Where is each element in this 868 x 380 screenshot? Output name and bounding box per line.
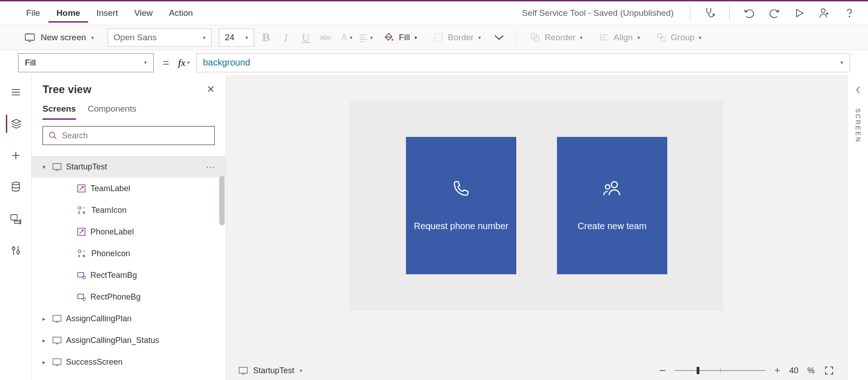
tile-label: Create new team xyxy=(578,220,646,232)
formula-bar: Fill ▾ = fx▾ background ▾ xyxy=(0,50,868,75)
fx-icon[interactable]: fx▾ xyxy=(178,57,190,69)
status-screen-name[interactable]: StartupTest xyxy=(253,366,294,375)
font-select[interactable]: Open Sans ▾ xyxy=(108,28,212,47)
icon-control-icon xyxy=(77,206,87,215)
align-button[interactable]: Align ▾ xyxy=(593,33,646,42)
advanced-icon[interactable] xyxy=(7,241,25,259)
tree-item-rectteambg[interactable]: RectTeamBg xyxy=(32,264,226,286)
share-icon[interactable] xyxy=(818,7,830,19)
zoom-slider[interactable] xyxy=(675,370,765,371)
canvas-area: Request phone number Create new team Sta… xyxy=(226,75,847,380)
redo-icon[interactable] xyxy=(769,7,780,19)
equals-label: = xyxy=(163,56,169,69)
svg-point-4 xyxy=(392,39,393,41)
main-area: Tree view ✕ Screens Components ▾ Startup… xyxy=(0,75,868,380)
svg-rect-22 xyxy=(78,294,84,299)
rect-icon xyxy=(77,271,86,280)
label-icon xyxy=(77,184,86,193)
panel-tabs: Screens Components xyxy=(32,99,226,120)
property-name: Fill xyxy=(25,58,36,68)
new-screen-label: New screen xyxy=(41,33,86,42)
screen-icon xyxy=(52,163,61,171)
tree-item-phonelabel[interactable]: PhoneLabel xyxy=(32,221,226,243)
menu-action[interactable]: Action xyxy=(161,4,201,23)
tree-item-rectphonebg[interactable]: RectPhoneBg xyxy=(32,286,226,308)
reorder-label: Reorder xyxy=(545,33,576,42)
fill-button[interactable]: Fill ▾ xyxy=(377,32,423,43)
menu-insert[interactable]: Insert xyxy=(88,4,126,23)
search-input[interactable] xyxy=(62,131,209,141)
play-icon[interactable] xyxy=(794,8,805,19)
menu-home[interactable]: Home xyxy=(48,4,89,23)
tree-item-successscreen[interactable]: ▸ SuccessScreen xyxy=(32,351,226,373)
zoom-out-icon[interactable]: − xyxy=(659,364,666,378)
tree-item-phoneicon[interactable]: PhoneIcon xyxy=(32,243,226,264)
chevron-right-icon[interactable]: ▸ xyxy=(40,359,48,366)
reorder-button[interactable]: Reorder ▾ xyxy=(524,33,590,42)
tree-item-label: SuccessScreen xyxy=(66,357,123,367)
data-icon[interactable] xyxy=(7,178,25,196)
tree-item-teamlabel[interactable]: TeamLabel xyxy=(32,178,226,199)
tree-item-teamicon[interactable]: TeamIcon xyxy=(32,199,226,221)
ribbon: New screen ▾ Open Sans ▾ 24 ▾ B I U abc … xyxy=(0,25,868,50)
chevron-down-icon: ▾ xyxy=(840,60,843,66)
tile-request-phone[interactable]: Request phone number xyxy=(406,137,516,274)
icon-control-icon xyxy=(77,249,87,258)
fit-screen-icon[interactable] xyxy=(824,365,835,376)
tree-item-label: RectTeamBg xyxy=(90,271,137,280)
group-button[interactable]: Group ▾ xyxy=(650,33,708,42)
tile-create-team[interactable]: Create new team xyxy=(557,137,667,274)
help-icon[interactable] xyxy=(844,7,855,19)
svg-point-2 xyxy=(849,16,850,17)
svg-rect-29 xyxy=(239,367,247,373)
property-select[interactable]: Fill ▾ xyxy=(18,53,154,72)
formula-input[interactable]: background ▾ xyxy=(196,53,850,72)
font-size-select[interactable]: 24 ▾ xyxy=(219,28,254,47)
zoom-in-icon[interactable]: + xyxy=(774,365,780,376)
overflow-chevron-icon[interactable] xyxy=(491,34,507,41)
underline-icon[interactable]: U xyxy=(297,32,314,44)
tile-label: Request phone number xyxy=(414,220,508,232)
italic-icon[interactable]: I xyxy=(278,32,294,44)
insert-icon[interactable] xyxy=(7,146,25,164)
chevron-down-icon: ▾ xyxy=(245,35,248,41)
chevron-down-icon[interactable]: ▾ xyxy=(40,164,48,170)
svg-point-19 xyxy=(78,250,81,253)
undo-icon[interactable] xyxy=(743,7,755,19)
more-icon[interactable]: ⋯ xyxy=(206,161,216,172)
bold-icon[interactable]: B xyxy=(258,31,274,44)
svg-rect-11 xyxy=(11,215,17,220)
close-icon[interactable]: ✕ xyxy=(207,84,215,95)
scrollbar[interactable] xyxy=(219,176,226,357)
right-rail-label[interactable]: SCREEN xyxy=(854,108,862,143)
tab-screens[interactable]: Screens xyxy=(42,104,76,120)
new-screen-button[interactable]: New screen ▾ xyxy=(18,33,100,42)
menu-file[interactable]: File xyxy=(18,4,48,23)
hamburger-icon[interactable] xyxy=(7,83,25,101)
tree-item-label: TeamLabel xyxy=(90,184,130,193)
tree-item-assigncallingplan-status[interactable]: ▸ AssignCallingPlan_Status xyxy=(32,329,226,351)
media-icon[interactable] xyxy=(7,210,25,228)
text-align-icon[interactable]: ▾ xyxy=(357,33,373,42)
chevron-right-icon[interactable]: ▸ xyxy=(40,337,48,344)
canvas-viewport[interactable]: Request phone number Create new team xyxy=(226,75,847,360)
tree-item-startuptest[interactable]: ▾ StartupTest ⋯ xyxy=(32,156,226,178)
menu-view[interactable]: View xyxy=(126,4,161,23)
svg-point-14 xyxy=(50,132,55,138)
tree-item-assigncallingplan[interactable]: ▸ AssignCallingPlan xyxy=(32,308,226,329)
strikethrough-icon[interactable]: abc xyxy=(317,33,334,42)
tree-view-icon[interactable] xyxy=(6,115,24,133)
screen-preview[interactable]: Request phone number Create new team xyxy=(350,100,723,311)
menu-bar: File Home Insert View Action Self Servic… xyxy=(0,1,868,25)
svg-rect-3 xyxy=(25,34,34,40)
tree-item-label: TeamIcon xyxy=(91,206,127,215)
diagnostics-icon[interactable] xyxy=(704,7,716,19)
expand-icon[interactable] xyxy=(855,85,861,95)
tab-components[interactable]: Components xyxy=(88,104,137,120)
chevron-down-icon[interactable]: ▾ xyxy=(300,368,302,374)
separator xyxy=(515,29,516,46)
chevron-right-icon[interactable]: ▸ xyxy=(40,315,48,322)
search-box[interactable] xyxy=(42,126,215,145)
font-color-icon[interactable]: ▾ xyxy=(337,32,354,43)
border-button[interactable]: Border ▾ xyxy=(427,33,487,42)
